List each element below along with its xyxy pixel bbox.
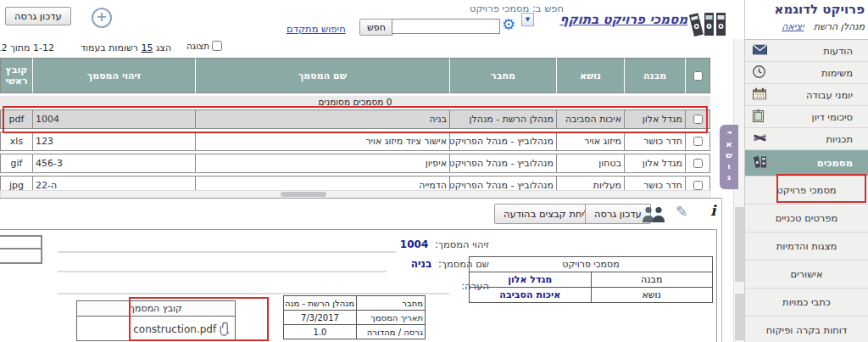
horizontal-scrollbar-thumb[interactable] [281,192,326,197]
sidebar-subitem-technical-specs[interactable]: מפרטים טכניים [745,205,868,233]
pagination-text: 1-12 מתוך 12 [0,42,54,53]
sidebar: פרויקט לדוגמא מנהלן הרשת יציאה הודעות מש… [744,0,868,342]
logout-link[interactable]: יציאה [782,21,804,32]
author-value: מנהלן הרשת - מנהלן [284,296,357,311]
sidebar-subitem-presentations[interactable]: מצגות והדמיות [745,233,868,261]
doc-date-value: 7/3/2017 [284,311,357,325]
project-docs-title: מסמכי פרויקט [470,257,713,272]
table-row[interactable]: חדר כושר מיזוג אויר מנהלוביץ - מנהל הפרו… [0,132,710,151]
note-underline [58,293,449,294]
row-checkbox[interactable] [693,159,703,168]
lower-frame-edge [721,198,722,342]
col-structure[interactable]: מבנה [624,58,685,93]
cell-author: מנהלן הרשת - מנהלן [449,109,556,129]
update-version-button-top[interactable]: עדכון גרסה [5,7,71,25]
vertical-scrollbar-thumb2[interactable] [735,294,744,340]
row-checkbox[interactable] [693,181,703,190]
page-size-prefix: הצג [156,42,171,53]
cell-structure: מגדל אלון [624,154,685,173]
frame-divider [0,198,722,199]
col-topic[interactable]: נושא [556,58,624,93]
table-header-row: מבנה נושא מחבר שם המסמך זיהוי המסמך קובץ… [0,58,710,93]
doc-name-value: בניה [411,258,432,270]
sidebar-subitem-project-documents[interactable]: מסמכי פרויקט [745,177,868,205]
document-file-table: קובץ המסמך construction.pdf [76,300,236,341]
project-title: פרויקט לדוגמא [775,2,865,17]
user-name: מנהלן הרשת [814,21,865,32]
row-checkbox[interactable] [693,137,703,146]
sidebar-subitem-inspection-reports[interactable]: דוחות בקרה ופיקוח [745,317,868,342]
sidebar-item-label: מסמכים [817,150,853,176]
search-button[interactable]: חפש [359,19,393,36]
sidebar-item-work-logs[interactable]: יומני עבודה [745,84,868,106]
paperclip-icon[interactable] [220,322,231,336]
collapse-arrow-icon: ◄ [720,129,738,136]
sidebar-item-messages[interactable]: הודעות [745,40,868,62]
display-label: תצוגה [186,41,209,51]
sidebar-subitem-label: אישורים [790,268,822,280]
cell-file-type[interactable]: gif [0,154,32,173]
cell-structure: מגדל אלון [624,109,685,129]
cell-doc-name: אישור ציוד מיזוג אויר [195,132,449,151]
sidebar-item-label: יומני עבודה [806,84,853,105]
col-author[interactable]: מחבר [449,58,556,93]
structure-label: מבנה [591,272,713,288]
page-size-link[interactable]: 15 [141,42,153,53]
clipped-box [0,235,42,264]
doc-id-field: זיהוי המסמך: 1004 [400,238,489,250]
select-all-checkbox[interactable] [693,71,703,81]
selection-summary: 0 מסמכים מסומנים [0,96,710,107]
drafting-tools-icon [753,132,767,146]
doc-id-value: 1004 [400,238,428,250]
cell-doc-id: 1004 [32,109,195,129]
clipped-box-cell [0,237,41,249]
sidebar-subitem-label: מפרטים טכניים [776,212,838,224]
display-checkbox[interactable] [212,41,222,51]
table-row[interactable]: מגדל אלון איכות הסביבה מנהלן הרשת - מנהל… [0,109,710,129]
col-doc-name[interactable]: שם המסמך [195,58,449,93]
documents-table: מבנה נושא מחבר שם המסמך זיהוי המסמך קובץ… [0,55,710,198]
file-row[interactable]: construction.pdf [77,317,236,341]
documents-icon [753,155,770,171]
sidebar-item-plans[interactable]: תכניות [745,128,868,150]
cell-doc-id: 456-3 [32,154,195,173]
users-icon[interactable] [641,206,666,222]
page-title[interactable]: מסמכי פרויקט בתוקף [538,12,687,27]
sidebar-item-tasks[interactable]: משימות [745,62,868,84]
gear-icon[interactable]: ⚙ [502,17,515,32]
collapse-side-tab[interactable]: ◄ נושא [720,125,738,189]
file-name-link[interactable]: construction.pdf [133,323,216,335]
page-size-suffix: רשומות בעמוד [81,42,138,53]
sidebar-subitem-boq[interactable]: כתבי כמויות [745,289,868,317]
col-doc-id[interactable]: זיהוי המסמך [32,58,195,93]
author-table: מחבר מנהלן הרשת - מנהלן תאריך המסמך 7/3/… [283,295,426,339]
advanced-search-link[interactable]: חיפוש מתקדם [287,23,346,35]
doc-date-label: תאריך המסמך [357,311,426,325]
vertical-scrollbar-thumb[interactable] [735,207,744,282]
project-docs-table: מסמכי פרויקט מבנה מגדל אלון נושא איכות ה… [469,256,713,303]
sidebar-item-label: משימות [821,62,853,83]
sidebar-item-meeting-summaries[interactable]: סיכומי דיון [745,106,868,128]
cell-topic: איכות הסביבה [556,109,624,129]
info-icon[interactable]: i [710,202,715,219]
cell-doc-name: בניה [195,109,449,129]
cell-file-type[interactable]: pdf [0,109,32,129]
calendar-icon [753,87,766,102]
cell-file-type[interactable]: xls [0,132,32,151]
search-input[interactable] [392,19,500,34]
doc-name-underline [58,271,387,272]
sidebar-item-label: סיכומי דיון [812,106,853,127]
chevron-down-icon[interactable]: ▼ [521,13,534,26]
cell-topic: מיזוג אויר [556,132,624,151]
col-main-file[interactable]: קובץ ראשי [0,58,32,93]
edit-pencil-icon[interactable]: ✎ [676,203,687,220]
cell-structure: חדר כושר [624,132,685,151]
user-row: מנהלן הרשת יציאה [782,21,865,32]
sidebar-item-documents[interactable]: מסמכים [745,150,868,177]
table-row[interactable]: מגדל אלון בטחון מנהלוביץ - מנהל הפרויקט … [0,154,710,173]
sidebar-subitem-approvals[interactable]: אישורים [745,261,868,289]
add-icon[interactable]: + [92,8,112,28]
display-toggle: תצוגה [186,41,222,51]
row-checkbox[interactable] [693,115,703,124]
cell-doc-id: 123 [32,132,195,151]
